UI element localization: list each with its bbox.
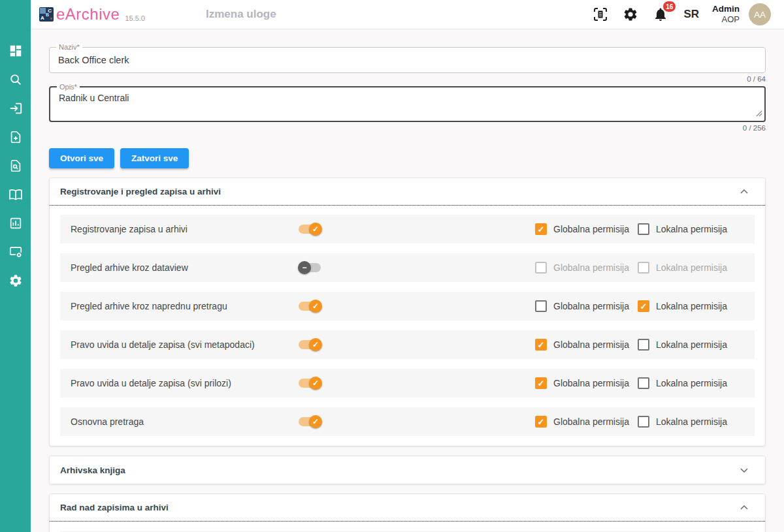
checkbox-label: Globalna permisija — [553, 378, 629, 388]
chevron-up-icon — [740, 189, 748, 194]
permission-row: Pravo uvida u detalje zapisa (svi priloz… — [60, 369, 755, 398]
sidebar-item-workstation[interactable] — [8, 244, 24, 260]
user-organization: AOP — [712, 14, 740, 25]
checkbox-label: Globalna permisija — [553, 339, 629, 350]
settings-icon — [8, 274, 23, 288]
name-field-label: Naziv* — [56, 43, 82, 52]
section-body — [50, 522, 765, 532]
name-input[interactable] — [50, 48, 765, 72]
app-logo[interactable]: ACB eArchive 15.5.0 — [39, 5, 145, 23]
accordion-actions: Otvori sve Zatvori sve — [49, 148, 766, 168]
permission-label: Pregled arhive kroz dataview — [71, 262, 298, 273]
sidebar-item-document-search[interactable] — [8, 158, 24, 174]
checkbox-icon: ✓ — [638, 300, 649, 312]
local-permission-checkbox[interactable]: Lokalna permisija — [638, 416, 744, 428]
section-header-rad-nad-zapisima[interactable]: Rad nad zapisima u arhivi — [50, 494, 765, 522]
scan-document-icon[interactable] — [592, 6, 609, 23]
user-name: Admin — [712, 4, 740, 14]
description-input[interactable]: Radnik u Centrali — [50, 87, 764, 121]
app-version: 15.5.0 — [125, 14, 145, 22]
permission-toggle[interactable]: − — [298, 261, 323, 274]
checkbox-label: Lokalna permisija — [656, 416, 727, 427]
global-permission-checkbox[interactable]: Globalna permisija — [535, 300, 638, 312]
role-edit-form: Naziv* 0 / 64 Opis* Radnik u Centrali 0 … — [49, 29, 766, 532]
checkbox-label: Lokalna permisija — [656, 378, 727, 388]
toggle-thumb-icon: ✓ — [309, 223, 322, 236]
permission-row: Pravo uvida u detalje zapisa (svi metapo… — [60, 330, 755, 359]
notifications-bell-icon[interactable]: 16 — [652, 6, 669, 23]
checkbox-label: Lokalna permisija — [656, 224, 727, 234]
global-permission-checkbox[interactable]: ✓ Globalna permisija — [535, 223, 638, 235]
add-document-icon — [8, 130, 23, 144]
sidebar-item-dashboard[interactable] — [8, 43, 24, 59]
section-title: Arhivska knjiga — [60, 465, 125, 475]
language-selector[interactable]: SR — [683, 8, 699, 21]
local-permission-checkbox[interactable]: ✓ Lokalna permisija — [638, 300, 744, 312]
description-field: Opis* Radnik u Centrali — [49, 86, 766, 122]
checkbox-icon: ✓ — [535, 416, 547, 428]
open-all-button[interactable]: Otvori sve — [49, 148, 114, 168]
permission-label: Osnovna pretraga — [71, 416, 298, 427]
permission-row: Registrovanje zapisa u arhivi ✓ ✓ Global… — [60, 215, 755, 243]
settings-gear-icon[interactable] — [622, 6, 639, 23]
global-permission-checkbox[interactable]: Globalna permisija — [535, 262, 638, 274]
chevron-up-icon — [740, 505, 748, 510]
checkbox-icon — [638, 262, 649, 274]
notifications-badge: 16 — [662, 1, 676, 12]
global-permission-checkbox[interactable]: ✓ Globalna permisija — [535, 339, 638, 351]
global-permission-checkbox[interactable]: ✓ Globalna permisija — [535, 416, 638, 428]
description-field-label: Opis* — [57, 83, 80, 91]
section-arhivska-knjiga: Arhivska knjiga — [49, 456, 766, 484]
sidebar-item-reports[interactable] — [8, 215, 24, 231]
toggle-thumb-icon: ✓ — [309, 377, 322, 390]
permission-label: Registrovanje zapisa u arhivi — [71, 224, 298, 234]
toggle-thumb-icon: ✓ — [309, 300, 322, 313]
sidebar-item-register[interactable] — [8, 101, 24, 116]
archive-book-icon — [8, 187, 23, 202]
toggle-thumb-icon: ✓ — [309, 338, 322, 351]
description-char-counter: 0 / 256 — [49, 124, 766, 133]
local-permission-checkbox[interactable]: Lokalna permisija — [638, 223, 744, 235]
local-permission-checkbox[interactable]: Lokalna permisija — [638, 262, 744, 274]
checkbox-icon — [535, 262, 547, 274]
section-header-registrovanje[interactable]: Registrovanje i pregled zapisa u arhivi — [50, 178, 765, 206]
permission-label: Pravo uvida u detalje zapisa (svi metapo… — [71, 339, 298, 350]
permission-row: Osnovna pretraga ✓ ✓ Globalna permisija … — [60, 407, 755, 436]
section-header-arhivska-knjiga[interactable]: Arhivska knjiga — [50, 456, 765, 484]
checkbox-icon — [638, 416, 649, 428]
section-title: Rad nad zapisima u arhivi — [60, 503, 169, 512]
checkbox-label: Lokalna permisija — [656, 339, 727, 350]
name-char-counter: 0 / 64 — [49, 75, 766, 84]
permission-toggle[interactable]: ✓ — [298, 300, 323, 313]
close-all-button[interactable]: Zatvori sve — [120, 148, 189, 168]
checkbox-icon: ✓ — [535, 377, 547, 389]
local-permission-checkbox[interactable]: Lokalna permisija — [638, 339, 744, 351]
checkbox-label: Lokalna permisija — [656, 301, 727, 311]
user-menu[interactable]: Admin AOP — [712, 4, 740, 25]
section-title: Registrovanje i pregled zapisa u arhivi — [60, 187, 221, 196]
name-field: Naziv* — [49, 47, 766, 73]
app-logo-icon: ACB — [39, 7, 54, 22]
register-record-icon — [8, 101, 23, 116]
checkbox-label: Globalna permisija — [553, 416, 629, 427]
checkbox-icon — [638, 377, 649, 389]
avatar[interactable]: AA — [749, 3, 771, 25]
permission-toggle[interactable]: ✓ — [298, 338, 323, 351]
permission-toggle[interactable]: ✓ — [298, 223, 323, 236]
local-permission-checkbox[interactable]: Lokalna permisija — [638, 377, 744, 389]
sidebar-item-add-document[interactable] — [8, 129, 24, 145]
toggle-thumb-icon: ✓ — [309, 415, 322, 428]
permission-rows: Registrovanje zapisa u arhivi ✓ ✓ Global… — [60, 215, 755, 436]
search-icon — [8, 72, 23, 87]
permission-label: Pravo uvida u detalje zapisa (svi priloz… — [71, 378, 298, 388]
sidebar-item-search[interactable] — [8, 72, 24, 87]
checkbox-icon — [535, 300, 547, 312]
permission-toggle[interactable]: ✓ — [298, 415, 323, 428]
toggle-thumb-icon: − — [298, 261, 311, 274]
checkbox-icon: ✓ — [535, 223, 547, 235]
sidebar-item-archive-book[interactable] — [8, 187, 24, 202]
permission-toggle[interactable]: ✓ — [298, 377, 323, 390]
resize-handle-icon[interactable] — [756, 108, 762, 119]
sidebar-item-settings[interactable] — [8, 273, 24, 289]
global-permission-checkbox[interactable]: ✓ Globalna permisija — [535, 377, 638, 389]
